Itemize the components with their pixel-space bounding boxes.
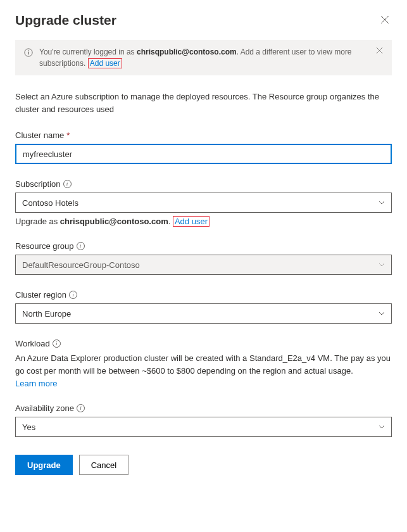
info-icon[interactable]: i xyxy=(77,242,85,250)
banner-prefix: You're currently logged in as xyxy=(39,48,137,56)
resource-group-field: Resource group i DefaultResourceGroup-Co… xyxy=(15,241,392,275)
banner-text: You're currently logged in as chrisqpubl… xyxy=(39,46,368,69)
subscription-helper: Upgrade as chrisqpublic@contoso.com. Add… xyxy=(15,217,392,226)
cluster-region-field: Cluster region i North Europe xyxy=(15,290,392,324)
add-user-link-banner[interactable]: Add user xyxy=(88,58,122,68)
close-icon xyxy=(380,15,389,24)
panel-header: Upgrade cluster xyxy=(15,13,392,28)
banner-user: chrisqpublic@contoso.com xyxy=(137,48,237,56)
availability-zone-label: Availability zone i xyxy=(15,403,392,413)
subscription-label: Subscription i xyxy=(15,179,392,189)
cluster-region-label: Cluster region i xyxy=(15,290,392,300)
close-icon xyxy=(376,47,383,54)
availability-zone-field: Availability zone i Yes xyxy=(15,403,392,437)
page-title: Upgrade cluster xyxy=(15,13,116,28)
cancel-button[interactable]: Cancel xyxy=(79,455,128,475)
required-indicator: * xyxy=(66,130,70,140)
info-banner: You're currently logged in as chrisqpubl… xyxy=(15,40,392,75)
banner-close-button[interactable] xyxy=(375,46,384,55)
subscription-select[interactable]: Contoso Hotels xyxy=(15,193,392,213)
workload-field: Workload i An Azure Data Explorer produc… xyxy=(15,339,392,388)
cluster-name-field: Cluster name * xyxy=(15,130,392,164)
info-icon xyxy=(24,48,33,57)
subscription-value: Contoso Hotels xyxy=(22,198,78,208)
close-panel-button[interactable] xyxy=(378,13,392,28)
svg-rect-2 xyxy=(28,52,28,54)
subscription-field: Subscription i Contoso Hotels Upgrade as… xyxy=(15,179,392,226)
info-icon[interactable]: i xyxy=(63,180,72,188)
info-icon[interactable]: i xyxy=(77,404,85,412)
learn-more-link[interactable]: Learn more xyxy=(15,379,57,388)
cluster-region-value: North Europe xyxy=(22,309,71,319)
button-row: Upgrade Cancel xyxy=(15,455,392,475)
availability-zone-value: Yes xyxy=(22,422,35,432)
resource-group-select[interactable]: DefaultResourceGroup-Contoso xyxy=(15,255,392,275)
svg-point-1 xyxy=(28,50,29,51)
resource-group-value: DefaultResourceGroup-Contoso xyxy=(22,260,140,270)
cluster-name-input[interactable] xyxy=(15,144,392,164)
upgrade-button[interactable]: Upgrade xyxy=(15,455,73,475)
info-icon[interactable]: i xyxy=(69,291,77,299)
resource-group-label: Resource group i xyxy=(15,241,392,251)
intro-text: Select an Azure subscription to manage t… xyxy=(15,91,392,115)
cluster-name-label: Cluster name * xyxy=(15,130,392,140)
info-icon[interactable]: i xyxy=(53,339,61,348)
workload-label: Workload i xyxy=(15,339,392,348)
cluster-region-select[interactable]: North Europe xyxy=(15,303,392,324)
add-user-link-subscription[interactable]: Add user xyxy=(173,216,210,227)
availability-zone-select[interactable]: Yes xyxy=(15,417,392,437)
workload-description: An Azure Data Explorer production cluste… xyxy=(15,352,392,377)
